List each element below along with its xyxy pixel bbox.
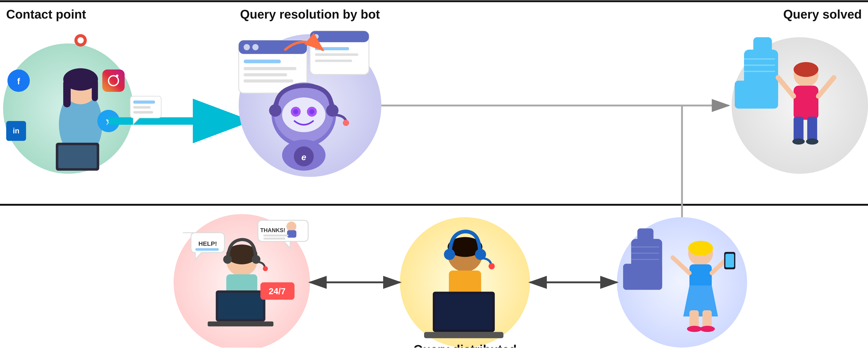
svg-point-95 [263, 266, 268, 271]
flow-diagram: Contact point Query resolution by bot Qu… [0, 0, 868, 348]
svg-rect-84 [195, 248, 219, 251]
svg-text:f: f [17, 77, 20, 86]
svg-point-106 [489, 263, 495, 269]
svg-rect-32 [133, 106, 151, 109]
svg-point-104 [444, 249, 455, 260]
svg-point-51 [282, 97, 326, 133]
svg-rect-41 [244, 73, 287, 76]
svg-text:Live agent assist: Live agent assist [192, 346, 292, 348]
svg-point-38 [252, 44, 258, 50]
svg-point-37 [244, 44, 250, 50]
svg-rect-97 [218, 293, 263, 319]
svg-rect-98 [208, 321, 273, 326]
svg-rect-113 [623, 264, 662, 290]
svg-rect-114 [637, 228, 653, 246]
svg-rect-39 [244, 60, 281, 63]
svg-point-55 [309, 109, 314, 114]
svg-rect-33 [133, 111, 153, 114]
svg-rect-125 [725, 254, 734, 267]
svg-point-128 [687, 326, 702, 332]
svg-rect-13 [63, 79, 71, 107]
svg-rect-66 [735, 81, 778, 109]
svg-text:24/7: 24/7 [269, 286, 285, 296]
svg-rect-86 [287, 230, 297, 238]
svg-text:Query distributed: Query distributed [413, 343, 517, 348]
diagram-container: Contact point Query resolution by bot Qu… [0, 0, 868, 348]
svg-point-24 [116, 75, 118, 77]
svg-rect-74 [794, 117, 804, 141]
svg-point-85 [286, 222, 297, 232]
svg-text:HELP!: HELP! [198, 240, 217, 247]
svg-point-93 [223, 255, 232, 264]
svg-rect-75 [807, 117, 817, 141]
svg-point-19 [78, 37, 84, 44]
svg-rect-48 [315, 60, 352, 62]
svg-point-45 [314, 34, 319, 39]
svg-rect-42 [244, 79, 293, 83]
svg-text:THANKS!: THANKS! [260, 227, 285, 233]
svg-text:in: in [13, 126, 19, 135]
svg-text:Query resolution by bot: Query resolution by bot [240, 7, 380, 21]
svg-rect-47 [315, 53, 359, 56]
svg-text:Query solved: Query solved [643, 346, 721, 348]
svg-point-119 [688, 241, 713, 256]
svg-point-77 [806, 138, 818, 145]
svg-rect-89 [264, 238, 285, 239]
svg-rect-67 [753, 37, 772, 56]
svg-text:Contact point: Contact point [6, 7, 86, 21]
svg-rect-16 [58, 145, 97, 168]
svg-point-129 [700, 326, 715, 332]
svg-point-58 [343, 120, 349, 126]
svg-point-56 [269, 104, 281, 117]
svg-point-76 [793, 138, 805, 145]
svg-rect-88 [264, 235, 288, 236]
svg-rect-110 [424, 332, 503, 338]
svg-rect-14 [92, 79, 98, 101]
svg-rect-109 [435, 294, 492, 330]
svg-text:e: e [301, 152, 306, 162]
svg-text:Query solved: Query solved [783, 7, 862, 21]
svg-point-72 [794, 62, 818, 77]
svg-point-54 [293, 109, 298, 114]
svg-rect-73 [794, 86, 818, 120]
svg-rect-22 [102, 69, 125, 92]
svg-rect-40 [244, 67, 297, 70]
svg-rect-31 [133, 100, 155, 104]
svg-rect-44 [310, 31, 369, 42]
